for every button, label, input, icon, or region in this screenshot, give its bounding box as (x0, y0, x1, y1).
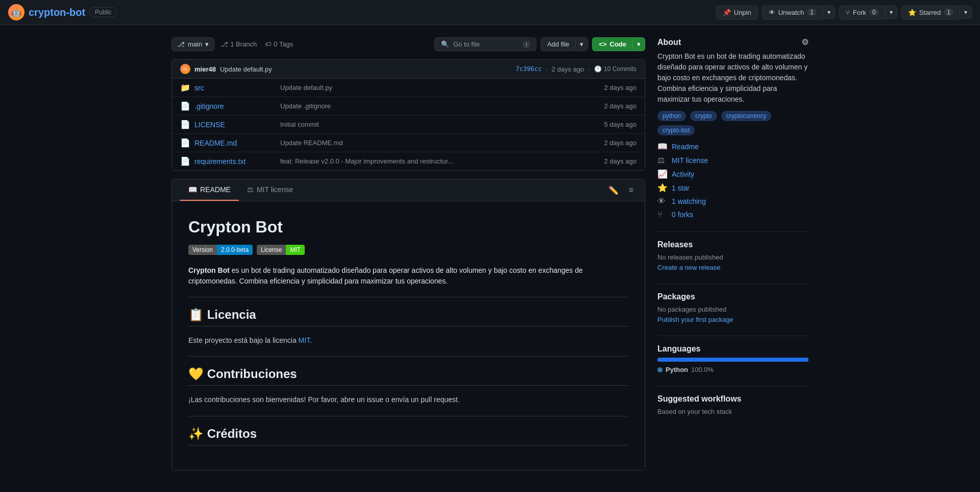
license-link-row[interactable]: ⚖ MIT license (657, 155, 808, 165)
branch-info: ⎇ 1 Branch 🏷 0 Tags (220, 40, 293, 48)
fork-icon: ⑂ (846, 9, 850, 16)
unwatch-split: 👁 Unwatch 1 ▾ (762, 6, 835, 19)
branch-selector[interactable]: ⎇ main ▾ (172, 37, 214, 51)
commit-dot2: · (588, 65, 590, 73)
stars-link-row[interactable]: ⭐ 1 star (657, 183, 808, 193)
file-icon: 📄 (180, 101, 190, 111)
unwatch-button[interactable]: 👁 Unwatch 1 (762, 6, 823, 19)
clock-icon: 🕐 (594, 65, 602, 73)
topic-crypto-bot[interactable]: crypto-bot (657, 125, 695, 135)
watching-link-row[interactable]: 👁 1 watching (657, 197, 808, 206)
goto-file-shortcut: t (523, 41, 530, 48)
readme-desc-bold: Crypton Bot (188, 266, 230, 274)
branch-count-link[interactable]: ⎇ 1 Branch (220, 40, 257, 48)
create-release-link[interactable]: Create a new release (657, 264, 721, 271)
license-tab[interactable]: ⚖ MIT license (239, 179, 301, 201)
topic-crypto[interactable]: crypto (690, 111, 717, 121)
file-commit: Initial commit (280, 121, 581, 128)
fork-caret[interactable]: ▾ (885, 6, 897, 19)
commit-meta: 7c396cc · 2 days ago · 🕐 10 Commits (516, 65, 636, 73)
unpin-button[interactable]: 📌 Unpin (716, 6, 758, 19)
code-button[interactable]: <> Code (592, 37, 632, 51)
watching-link[interactable]: 1 watching (672, 197, 706, 205)
table-row: 📄 LICENSE Initial commit 5 days ago (172, 115, 645, 134)
file-time: 2 days ago (585, 139, 636, 147)
mit-link[interactable]: MIT (299, 336, 310, 344)
readme-content: Crypton Bot Version 2.0.0-beta License M… (172, 201, 645, 470)
topic-cryptocurrency[interactable]: cryptocurrency (721, 111, 772, 121)
activity-link-row[interactable]: 📈 Activity (657, 169, 808, 179)
star-split: ⭐ Starred 1 ▾ (901, 6, 972, 19)
commit-author-link[interactable]: mier48 (194, 65, 216, 73)
file-commit: Update README.md (280, 139, 581, 147)
about-title: About ⚙ (657, 37, 808, 47)
releases-title: Releases (657, 240, 808, 249)
file-name-link[interactable]: src (194, 84, 276, 92)
add-file-button[interactable]: Add file (541, 37, 575, 51)
file-name-link[interactable]: LICENSE (194, 121, 276, 129)
version-badge: Version 2.0.0-beta (188, 245, 253, 255)
repo-avatar: 🤖 (8, 4, 24, 20)
version-badge-value: 2.0.0-beta (217, 245, 253, 255)
fork-button[interactable]: ⑂ Fork 0 (839, 6, 885, 19)
topics: python crypto cryptocurrency crypto-bot (657, 111, 808, 135)
fork-split: ⑂ Fork 0 ▾ (839, 6, 897, 19)
stars-icon: ⭐ (657, 183, 668, 193)
releases-section: Releases No releases published Create a … (657, 240, 808, 271)
stars-link[interactable]: 1 star (672, 184, 690, 192)
file-name-link[interactable]: README.md (194, 139, 276, 147)
languages-section: Languages Python 100.0% (657, 344, 808, 373)
commit-author-avatar: m (180, 64, 190, 74)
readme-link-row[interactable]: 📖 Readme (657, 142, 808, 151)
languages-title: Languages (657, 344, 808, 354)
file-time: 5 days ago (585, 121, 636, 128)
main-layout: ⎇ main ▾ ⎇ 1 Branch 🏷 0 Tags 🔍 Go to fil… (163, 25, 817, 483)
star-caret[interactable]: ▾ (960, 6, 972, 19)
star-button[interactable]: ⭐ Starred 1 (901, 6, 960, 19)
readme-title: Crypton Bot (188, 218, 628, 237)
packages-sub: No packages published (657, 306, 808, 313)
workflows-title: Suggested workflows (657, 394, 808, 404)
license-link[interactable]: MIT license (672, 156, 708, 165)
raw-readme-button[interactable]: ≡ (626, 183, 636, 197)
repo-title: 🤖 crypton-bot Public (8, 4, 117, 20)
forks-icon: ⑂ (657, 210, 668, 219)
branch-caret: ▾ (205, 40, 209, 48)
commit-hash[interactable]: 7c396cc (516, 65, 542, 73)
book-icon: 📖 (657, 142, 668, 151)
file-name-link[interactable]: .gitignore (194, 102, 276, 110)
lang-legend: Python 100.0% (657, 366, 808, 373)
activity-link[interactable]: Activity (672, 170, 694, 178)
file-time: 2 days ago (585, 102, 636, 110)
publish-package-link[interactable]: Publish your first package (657, 316, 733, 323)
unwatch-count: 1 (807, 9, 817, 16)
add-file-caret[interactable]: ▾ (575, 37, 588, 51)
unwatch-caret[interactable]: ▾ (823, 6, 835, 19)
repo-name-link[interactable]: crypton-bot (29, 7, 85, 18)
topic-python[interactable]: python (657, 111, 686, 121)
code-caret[interactable]: ▾ (632, 37, 645, 51)
star-icon: ⭐ (908, 9, 916, 16)
sidebar-divider-1 (657, 231, 808, 232)
file-name-link[interactable]: requirements.txt (194, 157, 276, 166)
readme-link[interactable]: Readme (672, 143, 699, 151)
code-split: <> Code ▾ (592, 37, 645, 51)
goto-file-input[interactable]: 🔍 Go to file t (434, 37, 536, 51)
sidebar-divider-2 (657, 284, 808, 284)
workflows-sub: Based on your tech stack (657, 408, 808, 415)
tag-count-link[interactable]: 🏷 0 Tags (265, 40, 293, 48)
forks-link[interactable]: 0 forks (672, 210, 693, 219)
readme-tabs: 📖 README ⚖ MIT license ✏️ ≡ (172, 179, 645, 201)
scale-icon: ⚖ (657, 155, 668, 165)
gear-icon[interactable]: ⚙ (801, 37, 808, 47)
forks-link-row[interactable]: ⑂ 0 forks (657, 210, 808, 219)
readme-tab[interactable]: 📖 README (180, 179, 239, 201)
readme-section: 📖 README ⚖ MIT license ✏️ ≡ Crypton Bot … (172, 179, 645, 471)
readme-tab-icon: 📖 (188, 185, 197, 194)
header-actions: 📌 Unpin 👁 Unwatch 1 ▾ ⑂ Fork 0 ▾ ⭐ S (716, 6, 972, 19)
sidebar-divider-3 (657, 336, 808, 336)
commits-link[interactable]: 🕐 10 Commits (594, 65, 636, 73)
star-count: 1 (944, 9, 953, 16)
contribuciones-heading: 💛 Contribuciones (188, 367, 628, 386)
edit-readme-button[interactable]: ✏️ (605, 183, 622, 197)
